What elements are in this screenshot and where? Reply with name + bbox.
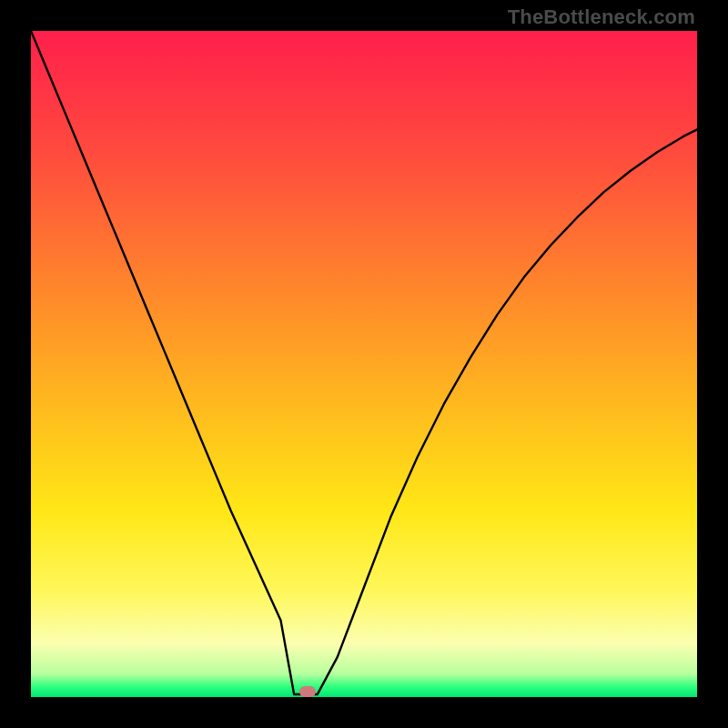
chart-frame: TheBottleneck.com	[0, 0, 728, 728]
curve-path	[31, 31, 697, 694]
curve-layer	[31, 31, 697, 697]
min-marker	[299, 686, 316, 697]
watermark-text: TheBottleneck.com	[508, 5, 695, 29]
plot-area	[31, 31, 697, 697]
